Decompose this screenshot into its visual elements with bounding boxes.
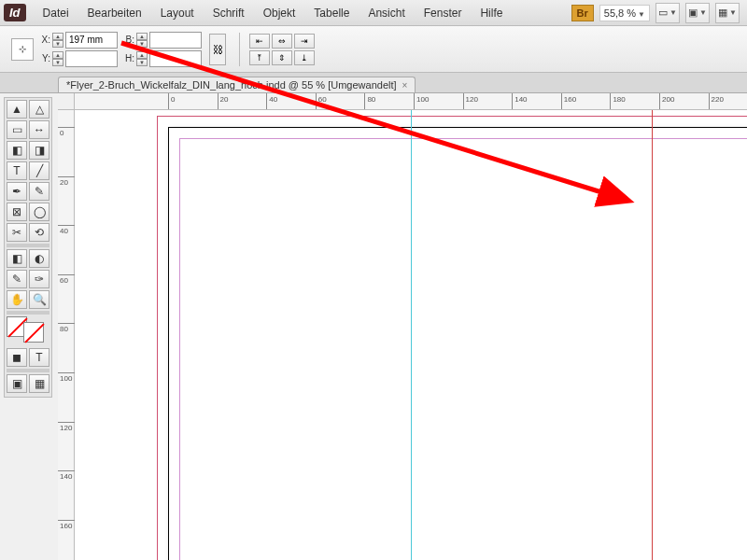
tool-separator-2	[7, 311, 49, 315]
guide-cyan[interactable]	[411, 110, 412, 560]
align-button-5[interactable]: ⇕	[272, 50, 292, 65]
tool-panel: ▲△ ▭↔ ◧◨ T╱ ✒✎ ⊠◯ ✂⟲ ◧◐ ✎✑ ✋🔍 ◼T ▣▦	[4, 97, 52, 398]
chevron-down-icon: ▼	[638, 10, 645, 19]
menu-ansicht[interactable]: Ansicht	[359, 3, 414, 23]
selection-tool[interactable]: ▲	[7, 100, 27, 119]
content-placer-tool[interactable]: ◨	[29, 141, 49, 160]
wh-group: B: ▲▼ H: ▲▼	[121, 32, 202, 67]
align-button-4[interactable]: ⤒	[249, 50, 270, 65]
ruler-origin[interactable]	[58, 93, 75, 110]
app-badge: Id	[4, 4, 26, 21]
view-options-button[interactable]: ▭▼	[655, 3, 680, 23]
line-tool[interactable]: ╱	[29, 161, 49, 180]
scissors-tool[interactable]: ✂	[7, 223, 27, 242]
normal-view-button[interactable]: ▣	[7, 374, 27, 393]
formatting-container-button[interactable]: ◼	[7, 348, 27, 367]
document-tab[interactable]: *Flyer_2-Bruch_Wickelfalz_DIN_lang_hoch.…	[58, 77, 416, 92]
y-input[interactable]	[65, 50, 118, 67]
menu-fenster[interactable]: Fenster	[415, 3, 472, 23]
align-button-2[interactable]: ⇔	[272, 34, 292, 49]
w-spinner[interactable]: ▲▼	[136, 33, 148, 48]
zoom-tool[interactable]: 🔍	[29, 290, 49, 309]
rectangle-tool[interactable]: ◯	[29, 203, 49, 221]
pen-tool[interactable]: ✒	[7, 182, 27, 201]
menu-bearbeiten[interactable]: Bearbeiten	[78, 3, 151, 23]
menu-datei[interactable]: Datei	[34, 3, 78, 23]
menu-schrift[interactable]: Schrift	[204, 3, 254, 23]
x-label: X:	[37, 35, 50, 45]
menu-layout[interactable]: Layout	[151, 3, 204, 23]
eyedropper-tool[interactable]: ✑	[29, 270, 49, 288]
formatting-text-button[interactable]: T	[29, 348, 49, 367]
y-label: Y:	[37, 53, 50, 63]
document-tab-title: *Flyer_2-Bruch_Wickelfalz_DIN_lang_hoch.…	[66, 79, 397, 91]
h-input[interactable]	[149, 50, 202, 67]
distribute-row-2: ⤒ ⇕ ⤓	[249, 50, 315, 65]
free-transform-tool[interactable]: ⟲	[29, 223, 49, 242]
workspace: 020406080100120140160180200220 020406080…	[58, 93, 747, 560]
type-tool[interactable]: T	[7, 161, 27, 180]
gradient-feather-tool[interactable]: ◐	[29, 249, 49, 268]
hand-tool[interactable]: ✋	[7, 290, 27, 309]
zoom-level[interactable]: 55,8 %▼	[599, 5, 650, 21]
x-input[interactable]	[65, 32, 118, 49]
note-tool[interactable]: ✎	[7, 270, 27, 288]
reference-point-selector[interactable]: ⊹	[11, 38, 34, 61]
align-button-3[interactable]: ⇥	[294, 34, 315, 49]
w-input[interactable]	[149, 32, 202, 49]
menu-objekt[interactable]: Objekt	[254, 3, 305, 23]
tool-separator-3	[7, 369, 49, 372]
x-spinner[interactable]: ▲▼	[52, 33, 63, 48]
y-spinner[interactable]: ▲▼	[52, 51, 63, 66]
vertical-ruler[interactable]: 020406080100120140160	[58, 110, 75, 560]
pencil-tool[interactable]: ✎	[29, 182, 49, 201]
menu-bar: Id Datei Bearbeiten Layout Schrift Objek…	[0, 0, 747, 26]
distribute-row-1: ⇤ ⇔ ⇥	[249, 34, 315, 49]
direct-selection-tool[interactable]: △	[29, 100, 49, 119]
stroke-swatch[interactable]	[23, 322, 44, 343]
preview-view-button[interactable]: ▦	[29, 374, 49, 393]
page-tool[interactable]: ▭	[7, 120, 27, 139]
bridge-button[interactable]: Br	[571, 5, 594, 21]
menu-hilfe[interactable]: Hilfe	[471, 3, 512, 23]
document-tab-bar: *Flyer_2-Bruch_Wickelfalz_DIN_lang_hoch.…	[0, 73, 747, 93]
h-label: H:	[121, 53, 134, 63]
tool-separator	[7, 244, 49, 247]
gap-tool[interactable]: ↔	[29, 120, 49, 139]
fold-guide[interactable]	[652, 110, 653, 560]
canvas[interactable]	[75, 110, 747, 560]
screen-mode-button[interactable]: ▣▼	[685, 3, 710, 23]
xy-group: X: ▲▼ Y: ▲▼	[37, 32, 118, 67]
align-button-1[interactable]: ⇤	[249, 34, 270, 49]
divider	[239, 33, 240, 66]
menu-right-group: Br 55,8 %▼ ▭▼ ▣▼ ▦▼	[571, 3, 747, 23]
margin-guide	[179, 138, 747, 560]
menu-tabelle[interactable]: Tabelle	[304, 3, 359, 23]
gradient-swatch-tool[interactable]: ◧	[7, 249, 27, 268]
align-button-6[interactable]: ⤓	[294, 50, 315, 65]
horizontal-ruler[interactable]: 020406080100120140160180200220	[75, 93, 747, 110]
rectangle-frame-tool[interactable]: ⊠	[7, 203, 27, 221]
control-bar: ⊹ X: ▲▼ Y: ▲▼ B: ▲▼ H: ▲▼ ⛓ ⇤ ⇔ ⇥	[0, 26, 747, 73]
h-spinner[interactable]: ▲▼	[136, 51, 148, 66]
content-collector-tool[interactable]: ◧	[7, 141, 27, 160]
w-label: B:	[121, 35, 134, 45]
constrain-proportions-icon[interactable]: ⛓	[209, 34, 226, 65]
close-icon[interactable]: ×	[402, 80, 408, 91]
arrange-documents-button[interactable]: ▦▼	[715, 3, 740, 23]
